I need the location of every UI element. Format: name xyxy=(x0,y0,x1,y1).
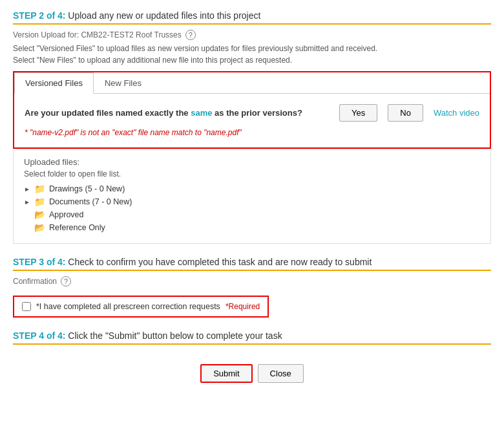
folder-list: ► 📁 Drawings (5 - 0 New) ► 📁 Documents (… xyxy=(24,184,480,233)
folder-reference-only-label: Reference Only xyxy=(49,223,105,232)
close-button[interactable]: Close xyxy=(258,364,304,383)
uploaded-files-section: Uploaded files: Select folder to open fi… xyxy=(13,149,491,244)
step3-label: STEP 3 of 4: xyxy=(13,257,65,267)
same-name-question: Are your updated files named exactly the… xyxy=(25,108,329,118)
folder-icon-approved: 📂 xyxy=(34,210,45,220)
folder-reference-only[interactable]: 📂 Reference Only xyxy=(24,222,480,233)
yes-button[interactable]: Yes xyxy=(339,104,377,122)
submit-button[interactable]: Submit xyxy=(200,364,252,383)
step2-section: STEP 2 of 4: Upload any new or updated f… xyxy=(13,10,491,244)
bottom-buttons: Submit Close xyxy=(13,358,491,383)
confirmation-checkbox[interactable] xyxy=(22,302,31,311)
arrow-icon-drawings: ► xyxy=(24,186,30,193)
tab-versioned-files[interactable]: Versioned Files xyxy=(14,72,94,94)
step2-desc: Upload any new or updated files into thi… xyxy=(65,10,260,21)
step4-header: STEP 4 of 4: Click the "Submit" button b… xyxy=(13,330,491,345)
step2-header: STEP 2 of 4: Upload any new or updated f… xyxy=(13,10,491,25)
version-upload-label: Version Upload for: CMB22-TEST2 Roof Tru… xyxy=(13,30,491,40)
folder-icon-documents: 📁 xyxy=(34,197,45,207)
file-tabs: Versioned Files New Files xyxy=(14,72,490,94)
confirmation-label-row: Confirmation ? xyxy=(13,276,491,286)
step3-desc: Check to confirm you have completed this… xyxy=(65,257,372,267)
step2-label: STEP 2 of 4: xyxy=(13,10,65,21)
arrow-icon-documents: ► xyxy=(24,199,30,206)
folder-drawings-label: Drawings (5 - 0 New) xyxy=(49,184,125,193)
folder-icon-drawings: 📁 xyxy=(34,184,45,194)
no-button[interactable]: No xyxy=(388,104,423,122)
instruction1: Select "Versioned Files" to upload files… xyxy=(13,44,491,53)
folder-documents-label: Documents (7 - 0 New) xyxy=(49,197,132,206)
step3-header: STEP 3 of 4: Check to confirm you have c… xyxy=(13,257,491,271)
confirmation-box: *I have completed all prescreen correcti… xyxy=(13,296,269,318)
folder-approved[interactable]: 📂 Approved xyxy=(24,210,480,220)
folder-documents[interactable]: ► 📁 Documents (7 - 0 New) xyxy=(24,197,480,207)
step4-label: STEP 4 of 4: xyxy=(13,330,65,341)
uploaded-files-title: Uploaded files: xyxy=(24,157,480,167)
tab-content-versioned: Are your updated files named exactly the… xyxy=(14,94,490,147)
same-highlight: same xyxy=(191,108,212,118)
confirmation-text: *I have completed all prescreen correcti… xyxy=(36,302,220,311)
tab-new-files[interactable]: New Files xyxy=(94,72,152,94)
folder-icon-reference-only: 📂 xyxy=(34,222,45,233)
folder-hint: Select folder to open file list. xyxy=(24,169,480,178)
watch-video-link[interactable]: Watch video xyxy=(434,108,479,118)
folder-approved-label: Approved xyxy=(49,210,84,219)
step4-desc: Click the "Submit" button below to compl… xyxy=(65,330,282,341)
help-icon[interactable]: ? xyxy=(185,30,196,40)
instruction2: Select "New Files" to upload any additio… xyxy=(13,56,491,65)
folder-drawings[interactable]: ► 📁 Drawings (5 - 0 New) xyxy=(24,184,480,194)
required-indicator: *Required xyxy=(226,302,260,311)
step3-section: STEP 3 of 4: Check to confirm you have c… xyxy=(13,257,491,318)
confirmation-help-icon[interactable]: ? xyxy=(61,276,71,286)
file-name-warning: * "name-v2.pdf" is not an "exact" file n… xyxy=(25,128,479,137)
confirmation-label: Confirmation xyxy=(13,277,57,286)
same-name-question-row: Are your updated files named exactly the… xyxy=(25,104,479,122)
versioned-files-panel: Versioned Files New Files Are your updat… xyxy=(13,71,491,149)
step4-section: STEP 4 of 4: Click the "Submit" button b… xyxy=(13,330,491,345)
